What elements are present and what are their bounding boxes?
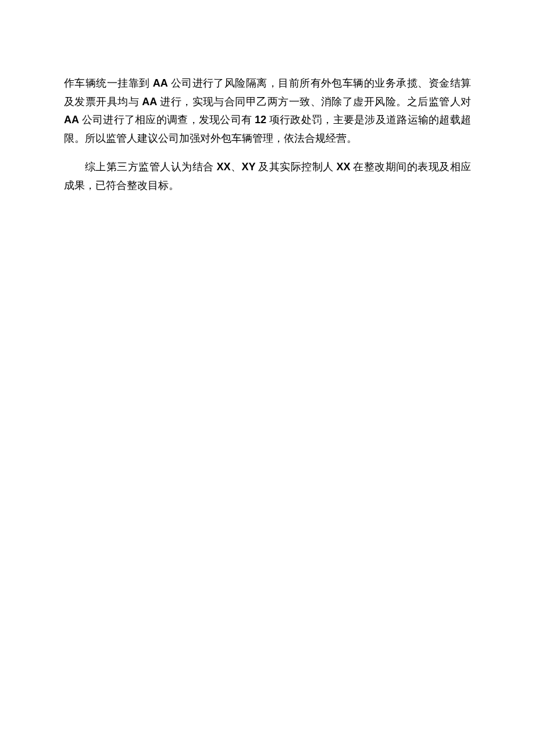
placeholder-company-aa: AA bbox=[153, 77, 168, 89]
placeholder-company-aa: AA bbox=[64, 114, 79, 126]
paragraph-2: 综上第三方监管人认为结合 XX、XY 及其实际控制人 XX 在整改期间的表现及相… bbox=[64, 158, 471, 195]
text: 及其实际控制人 bbox=[255, 161, 336, 173]
number-penalties: 12 bbox=[255, 114, 266, 126]
placeholder-controller-xx: XX bbox=[337, 161, 351, 173]
text: 综上第三方监管人认为结合 bbox=[85, 161, 216, 173]
text: 公司进行了相应的调查，发现公司有 bbox=[79, 114, 255, 126]
text: 进行，实现与合同甲乙两方一致、消除了虚开风险。之后监管人对 bbox=[157, 96, 471, 108]
text: 作车辆统一挂靠到 bbox=[64, 77, 153, 89]
text: 、 bbox=[230, 161, 241, 173]
paragraph-1: 作车辆统一挂靠到 AA 公司进行了风险隔离，目前所有外包车辆的业务承揽、资金结算… bbox=[64, 74, 471, 148]
document-page: 作车辆统一挂靠到 AA 公司进行了风险隔离，目前所有外包车辆的业务承揽、资金结算… bbox=[0, 0, 535, 756]
placeholder-company-aa: AA bbox=[142, 96, 157, 108]
placeholder-xy: XY bbox=[241, 161, 255, 173]
placeholder-xx: XX bbox=[216, 161, 230, 173]
